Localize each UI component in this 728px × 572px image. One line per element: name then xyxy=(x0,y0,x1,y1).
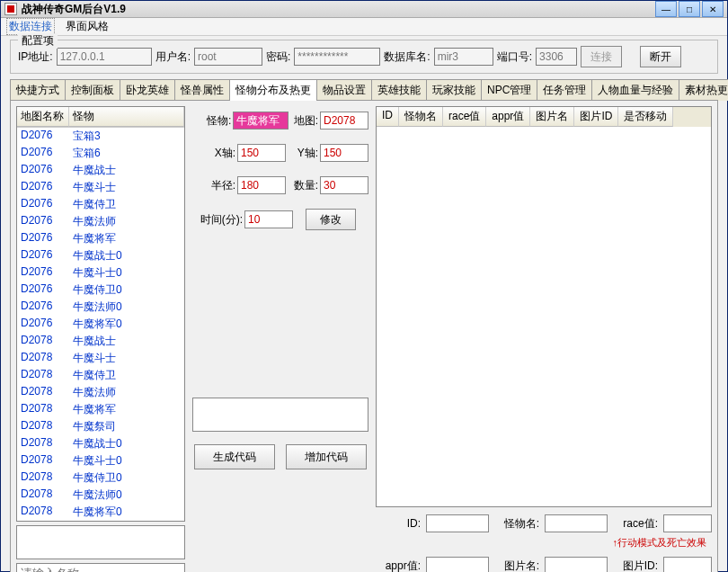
tab-7[interactable]: 玩家技能 xyxy=(426,79,482,101)
list-row[interactable]: D2078牛魔法师0 xyxy=(17,487,184,504)
time-input[interactable] xyxy=(244,210,293,228)
list-row[interactable]: D2078牛魔侍卫 xyxy=(17,367,184,384)
picid-input[interactable] xyxy=(663,557,712,572)
title-bar: 战神传奇GM后台V1.9 — □ ✕ xyxy=(1,1,727,18)
data-grid[interactable]: ID怪物名race值appr值图片名图片ID是否移动 xyxy=(376,106,712,507)
y-input[interactable] xyxy=(320,144,368,162)
app-icon xyxy=(4,3,17,15)
list-row[interactable]: D2078牛魔斗士0 xyxy=(17,452,184,469)
mname-input[interactable] xyxy=(545,514,608,532)
monster-input[interactable] xyxy=(233,112,289,130)
list-row[interactable]: D2076牛魔斗士0 xyxy=(17,264,184,282)
list-row[interactable]: D2078牛魔祭司 xyxy=(17,418,184,435)
list-row[interactable]: D2076牛魔将军0 xyxy=(17,316,184,333)
tab-2[interactable]: 卧龙英雄 xyxy=(120,79,175,101)
menu-bar: 数据连接 界面风格 xyxy=(1,18,727,36)
minimize-button[interactable]: — xyxy=(655,1,677,17)
maximize-button[interactable]: □ xyxy=(679,1,700,17)
tab-bar: 快捷方式控制面板卧龙英雄怪兽属性怪物分布及热更物品设置英雄技能玩家技能NPC管理… xyxy=(1,79,727,101)
monster-list[interactable]: 地图名称 怪物 D2076宝箱3D2076宝箱6D2076牛魔战士D2076牛魔… xyxy=(16,106,185,522)
close-button[interactable]: ✕ xyxy=(702,1,724,17)
appr-input[interactable] xyxy=(426,557,489,572)
port-input[interactable] xyxy=(536,48,577,66)
radius-input[interactable] xyxy=(237,176,286,194)
list-row[interactable]: D2076宝箱3 xyxy=(17,128,184,145)
x-input[interactable] xyxy=(237,144,286,162)
tab-3[interactable]: 怪兽属性 xyxy=(174,79,230,101)
tab-11[interactable]: 素材热更 xyxy=(679,79,728,101)
db-input[interactable] xyxy=(434,48,493,66)
list-row[interactable]: D2076牛魔将军 xyxy=(17,230,184,247)
list-row[interactable]: D2078牛魔战士0 xyxy=(17,435,184,452)
list-row[interactable]: D2078牛魔侍卫0 xyxy=(17,469,184,487)
list-row[interactable]: D2076牛魔侍卫0 xyxy=(17,282,184,299)
name-input[interactable] xyxy=(16,563,185,572)
list-row[interactable]: D2076牛魔斗士 xyxy=(17,179,184,196)
list-row[interactable]: D2078牛魔斗士 xyxy=(17,350,184,367)
preview-box xyxy=(16,525,185,559)
tab-8[interactable]: NPC管理 xyxy=(481,79,537,101)
id-input[interactable] xyxy=(426,514,489,532)
list-row[interactable]: D2078牛魔战士 xyxy=(17,333,184,350)
list-row[interactable]: D2076牛魔战士0 xyxy=(17,247,184,264)
list-row[interactable]: D2076牛魔战士 xyxy=(17,162,184,179)
tab-6[interactable]: 英雄技能 xyxy=(371,79,427,101)
list-row[interactable]: D2076牛魔侍卫 xyxy=(17,196,184,213)
list-row[interactable]: D2078牛魔将军 xyxy=(17,401,184,418)
window-title: 战神传奇GM后台V1.9 xyxy=(22,2,655,17)
addcode-button[interactable]: 增加代码 xyxy=(286,444,367,469)
tab-0[interactable]: 快捷方式 xyxy=(10,79,66,101)
menu-ui-style[interactable]: 界面风格 xyxy=(66,19,109,34)
pic-input[interactable] xyxy=(545,557,608,572)
tab-9[interactable]: 任务管理 xyxy=(537,79,592,101)
tab-4[interactable]: 怪物分布及热更 xyxy=(229,79,317,101)
tab-1[interactable]: 控制面板 xyxy=(65,79,120,101)
list-row[interactable]: D2076牛魔法师0 xyxy=(17,299,184,316)
ip-input[interactable] xyxy=(57,48,152,66)
list-row[interactable]: D2078牛魔法师 xyxy=(17,384,184,401)
disconnect-button[interactable]: 断开 xyxy=(640,46,681,67)
user-input[interactable] xyxy=(194,48,262,66)
modify-button[interactable]: 修改 xyxy=(306,209,356,230)
tab-5[interactable]: 物品设置 xyxy=(316,79,372,101)
list-row[interactable]: D2078牛魔将军0 xyxy=(17,504,184,521)
pwd-input[interactable] xyxy=(294,48,380,66)
list-row[interactable]: D2076牛魔法师 xyxy=(17,213,184,230)
race-input[interactable] xyxy=(663,514,712,532)
mid-preview-box xyxy=(192,398,368,432)
connect-button[interactable]: 连接 xyxy=(581,46,622,67)
tab-10[interactable]: 人物血量与经验 xyxy=(591,79,679,101)
count-input[interactable] xyxy=(320,176,368,194)
gencode-button[interactable]: 生成代码 xyxy=(194,444,275,469)
list-row[interactable]: D2076宝箱6 xyxy=(17,145,184,162)
config-group: 配置项 IP地址: 用户名: 密码: 数据库名: 端口号: 连接 断开 xyxy=(10,40,718,74)
map-input[interactable] xyxy=(320,112,368,130)
